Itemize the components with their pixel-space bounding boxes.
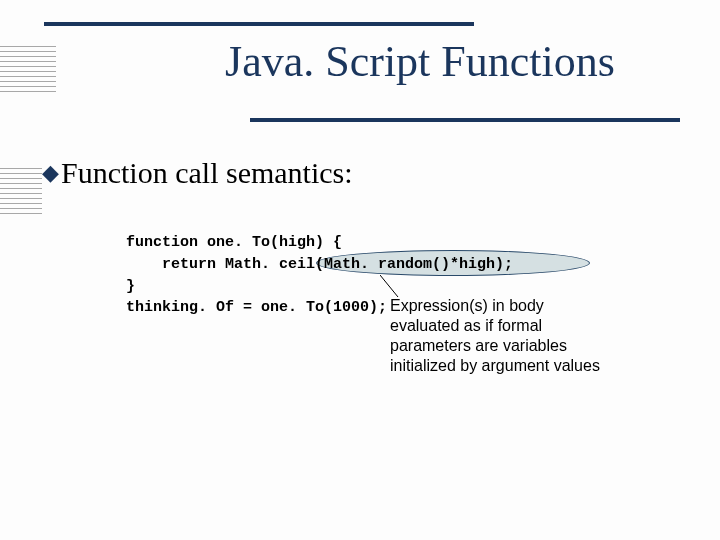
code-line: function one. To(high) { bbox=[126, 232, 513, 254]
bullet-text: Function call semantics: bbox=[61, 156, 353, 190]
bullet-marker-icon: ◆ bbox=[42, 162, 59, 184]
code-line: return Math. ceil(Math. random()*high); bbox=[126, 254, 513, 276]
title-rule-top bbox=[44, 22, 474, 26]
bullet-point: ◆ Function call semantics: bbox=[42, 156, 353, 190]
slide: Java. Script Functions ◆ Function call s… bbox=[0, 0, 720, 540]
slide-title: Java. Script Functions bbox=[0, 36, 700, 87]
code-line: } bbox=[126, 276, 513, 298]
title-rule-bottom bbox=[250, 118, 680, 122]
decorative-stripes-mid bbox=[0, 168, 42, 218]
callout-text: Expression(s) in body evaluated as if fo… bbox=[390, 296, 610, 376]
